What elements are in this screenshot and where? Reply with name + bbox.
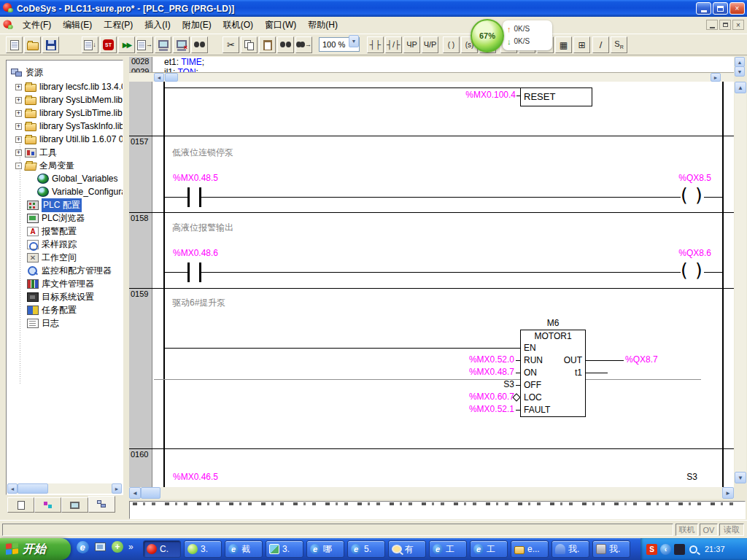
expand-icon[interactable]: + <box>15 84 22 90</box>
task-picture[interactable]: 3. <box>266 540 303 558</box>
collapse-icon[interactable]: - <box>15 163 22 169</box>
contact-label[interactable]: %MX0.46.5 <box>173 472 218 482</box>
start-button[interactable]: 开始 <box>0 538 71 560</box>
insert-parallel-negated-contact-button[interactable]: Ч/Р <box>422 36 438 53</box>
menu-online[interactable]: 联机(O) <box>217 17 259 34</box>
find-button[interactable] <box>277 36 294 53</box>
scroll-thumb[interactable] <box>165 73 178 82</box>
operand-label[interactable]: %MX0.60.7 <box>434 392 514 402</box>
login-button[interactable] <box>155 36 171 53</box>
scroll-left-icon[interactable]: ◄ <box>7 483 18 494</box>
scroll-right-icon[interactable]: ► <box>722 487 734 499</box>
ladder-editor[interactable]: %MX0.100.4 RESET 0157 低液位连锁停泵 %MX0.48.5 … <box>129 82 734 487</box>
declaration-row-clipped[interactable]: 0029 il1: TON; <box>129 67 734 72</box>
scroll-right-icon[interactable]: ► <box>711 73 721 82</box>
tab-visualizations[interactable] <box>61 497 88 513</box>
declaration-row[interactable]: 0028 et1: TIME; <box>129 57 734 67</box>
contact-label[interactable]: %MX0.48.6 <box>173 249 218 258</box>
insert-function-block-button[interactable]: ▦ <box>555 36 572 53</box>
scroll-up-icon[interactable]: ▲ <box>735 57 745 67</box>
rung-comment[interactable]: 高液位报警输出 <box>172 223 233 233</box>
task-ie-4[interactable]: e工 <box>429 540 467 558</box>
coil-label[interactable]: %QX8.5 <box>644 174 711 183</box>
tree-item-target-settings[interactable]: 目标系统设置 <box>27 290 94 303</box>
tree-item-task-configuration[interactable]: 任务配置 <box>27 303 77 316</box>
show-desktop-icon[interactable] <box>93 540 107 553</box>
save-button[interactable] <box>42 36 59 53</box>
coil-symbol[interactable]: ( <box>681 261 688 280</box>
declaration-vertical-scrollbar[interactable]: ▲ ▼ <box>735 57 745 77</box>
task-folder[interactable]: e... <box>511 540 549 558</box>
task-printer[interactable]: 我. <box>592 540 630 558</box>
contact-symbol[interactable] <box>199 262 201 282</box>
declaration-horizontal-scrollbar[interactable]: ◄ ► <box>129 72 734 82</box>
insert-operator-button[interactable]: ⊞ <box>573 36 590 53</box>
step-button[interactable]: → <box>136 36 153 53</box>
task-ie-2[interactable]: e哪 <box>306 540 344 558</box>
menu-insert[interactable]: 插入(I) <box>139 17 176 34</box>
chevron-icon[interactable]: » <box>128 542 133 552</box>
menu-file[interactable]: 文件(F) <box>17 17 57 34</box>
tree-item-workspace[interactable]: ✕ 工作空间 <box>27 251 77 264</box>
task-codesys[interactable]: C. <box>143 540 181 558</box>
contact-symbol[interactable] <box>187 187 190 207</box>
coil-symbol[interactable]: ) <box>695 261 703 280</box>
coil-symbol[interactable]: ) <box>695 186 703 205</box>
find-next-button[interactable]: → <box>295 36 312 53</box>
scroll-thumb[interactable] <box>141 487 160 499</box>
tree-item-library-util[interactable]: + library Util.lib 1.6.07 09 <box>15 133 123 146</box>
motor1-function-block[interactable]: MOTOR1 EN RUN ON OFF LOC FAULT OUT t1 <box>520 330 586 417</box>
copy-button[interactable] <box>241 36 258 53</box>
tree-item-plc-browser[interactable]: PLC浏览器 <box>27 211 85 225</box>
contact-symbol[interactable] <box>187 262 190 282</box>
contact-label[interactable]: %MX0.48.5 <box>173 174 218 183</box>
mdi-minimize-button[interactable] <box>706 20 718 30</box>
global-search-button[interactable] <box>191 36 208 53</box>
set-reset-button[interactable]: SR <box>611 36 627 53</box>
stop-button[interactable]: ST <box>100 36 117 53</box>
operand-label[interactable]: S3 <box>434 380 514 389</box>
restore-button[interactable] <box>713 2 728 15</box>
tray-dark-icon[interactable] <box>674 544 685 555</box>
rung-comment[interactable]: 低液位连锁停泵 <box>172 148 233 158</box>
paste-button[interactable] <box>259 36 276 53</box>
scroll-thumb[interactable] <box>18 483 48 494</box>
scroll-left-icon[interactable]: ◄ <box>154 73 164 82</box>
menu-window[interactable]: 窗口(W) <box>259 17 302 34</box>
tree-item-library-manager[interactable]: 库文件管理器 <box>27 277 94 290</box>
tree-horizontal-scrollbar[interactable]: ◄ ► <box>7 483 122 494</box>
task-ball[interactable]: 3. <box>184 540 222 558</box>
task-user[interactable]: 我. <box>551 540 589 558</box>
mdi-close-button[interactable]: × <box>732 20 744 30</box>
tree-item-variable-configuration[interactable]: Variable_Configura <box>37 185 123 198</box>
menu-extras[interactable]: 附加(E) <box>177 17 217 34</box>
message-window[interactable] <box>129 501 746 519</box>
tray-arrow-icon[interactable]: ‹ <box>660 544 671 555</box>
menu-help[interactable]: 帮助(H) <box>302 17 344 34</box>
coil-label[interactable]: %QX8.6 <box>644 249 711 258</box>
negate-button[interactable]: / <box>592 36 609 53</box>
task-ie-5[interactable]: e工 <box>470 540 508 558</box>
tree-item-library-systaskinfo[interactable]: + library SysTaskInfo.lib <box>15 120 123 133</box>
tab-resources[interactable] <box>88 496 115 513</box>
contact-symbol[interactable] <box>199 187 201 207</box>
insert-parallel-contact-button[interactable]: ЧР <box>403 36 420 53</box>
rung-comment[interactable]: 驱动6#提升泵 <box>172 298 225 308</box>
insert-negated-contact-button[interactable]: ┤/├ <box>385 36 402 53</box>
operand-label[interactable]: %MX0.100.4 <box>421 90 516 100</box>
logout-button[interactable]: × <box>173 36 190 53</box>
expand-icon[interactable]: + <box>15 123 22 130</box>
output-label[interactable]: %QX8.7 <box>625 355 658 365</box>
tree-item-library-syslibtime[interactable]: + library SysLibTime.lib 1 <box>15 106 123 120</box>
tree-root-resources[interactable]: 资源 <box>11 66 43 79</box>
zoom-dropdown-arrow[interactable]: ▼ <box>349 35 359 47</box>
document-icon[interactable] <box>3 20 13 30</box>
scroll-up-icon[interactable]: ▲ <box>735 82 746 93</box>
coil-symbol[interactable]: ( <box>681 186 688 205</box>
expand-icon[interactable]: + <box>15 136 22 143</box>
expand-icon[interactable]: + <box>15 110 22 117</box>
tree-item-global-variables-folder[interactable]: - 全局变量 <box>15 159 74 172</box>
tree-item-tools[interactable]: + 工具 <box>15 146 57 159</box>
menu-project[interactable]: 工程(P) <box>98 17 139 34</box>
tray-magnifier-icon[interactable] <box>689 545 697 553</box>
